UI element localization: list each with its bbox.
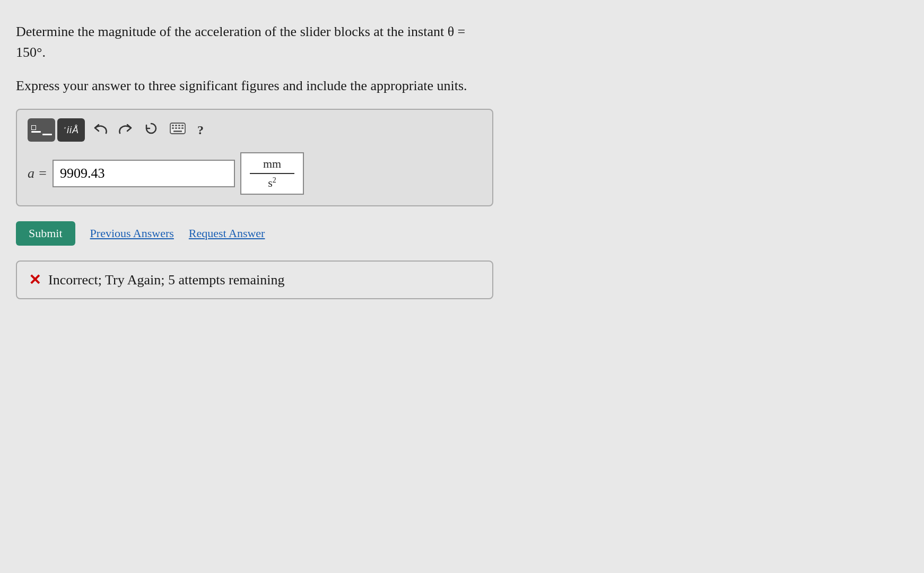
refresh-icon (144, 121, 158, 135)
redo-button[interactable] (116, 120, 136, 140)
units-numerator: mm (263, 157, 281, 171)
svg-rect-8 (181, 127, 184, 129)
submit-button[interactable]: Submit (16, 221, 75, 246)
request-answer-button[interactable]: Request Answer (189, 227, 265, 240)
undo-icon (93, 123, 107, 134)
svg-rect-5 (172, 127, 174, 129)
feedback-box: ✕ Incorrect; Try Again; 5 attempts remai… (16, 261, 493, 299)
incorrect-icon: ✕ (29, 271, 41, 289)
answer-value-input[interactable] (53, 160, 235, 187)
units-divider (250, 173, 294, 174)
svg-rect-1 (172, 125, 174, 126)
svg-rect-7 (178, 127, 180, 129)
answer-label: a = (28, 166, 47, 181)
formula-buttons: ∘iiÅ (28, 118, 85, 142)
answer-input-box: ∘iiÅ (16, 109, 493, 206)
units-denominator: s2 (268, 176, 276, 190)
svg-rect-4 (181, 125, 184, 126)
units-box[interactable]: mm s2 (240, 152, 304, 195)
redo-icon (119, 123, 133, 134)
svg-rect-9 (173, 131, 182, 132)
previous-answers-button[interactable]: Previous Answers (90, 227, 174, 240)
svg-rect-6 (175, 127, 177, 129)
unit-icon-button[interactable]: ∘iiÅ (57, 118, 85, 142)
keyboard-icon (170, 123, 186, 134)
question-line1: Determine the magnitude of the accelerat… (16, 21, 493, 63)
answer-row: a = mm s2 (28, 152, 482, 195)
refresh-button[interactable] (141, 119, 161, 141)
ua-icon: ∘iiÅ (63, 125, 79, 136)
action-row: Submit Previous Answers Request Answer (16, 221, 908, 246)
units-exponent: 2 (273, 176, 276, 184)
keyboard-button[interactable] (167, 120, 189, 140)
toolbar: ∘iiÅ (28, 118, 482, 142)
undo-button[interactable] (90, 120, 110, 140)
question-line2: Express your answer to three significant… (16, 75, 493, 96)
svg-rect-3 (178, 125, 180, 126)
help-button[interactable]: ? (194, 121, 207, 140)
feedback-text: Incorrect; Try Again; 5 attempts remaini… (48, 272, 285, 288)
formula-icon (31, 125, 52, 135)
formula-icon-button[interactable] (28, 118, 55, 142)
svg-rect-2 (175, 125, 177, 126)
